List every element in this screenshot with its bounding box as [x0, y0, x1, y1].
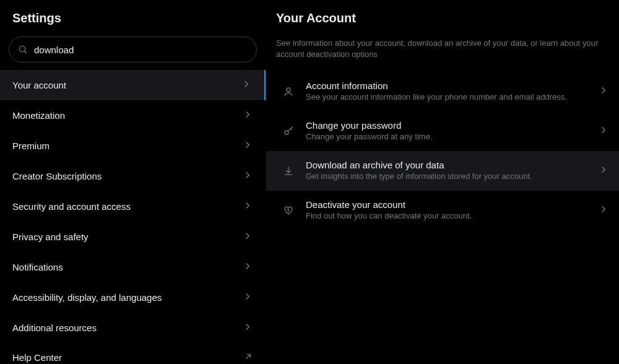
search-wrapper	[0, 30, 266, 67]
option-subtitle: Get insights into the type of informatio…	[306, 171, 598, 182]
sidebar-item-creator-subscriptions[interactable]: Creator Subscriptions	[0, 161, 266, 191]
main-panel: Your Account See information about your …	[266, 0, 619, 364]
chevron-right-icon	[242, 261, 253, 274]
option-body: Deactivate your accountFind out how you …	[301, 199, 598, 222]
sidebar-item-label: Help Center	[12, 352, 62, 363]
download-icon	[276, 165, 301, 176]
chevron-right-icon	[242, 230, 253, 243]
chevron-right-icon	[242, 109, 253, 122]
sidebar-item-label: Your account	[12, 80, 66, 90]
chevron-right-icon	[242, 200, 253, 213]
sidebar-item-label: Premium	[12, 141, 50, 151]
option-subtitle: See your account information like your p…	[306, 92, 598, 103]
option-download-an-archive-of-your-data[interactable]: Download an archive of your dataGet insi…	[266, 151, 619, 191]
sidebar-item-monetization[interactable]: Monetization	[0, 100, 266, 131]
sidebar-item-help-center[interactable]: Help Center	[0, 343, 266, 364]
option-body: Account informationSee your account info…	[301, 80, 598, 103]
chevron-right-icon	[242, 170, 253, 183]
chevron-right-icon	[598, 164, 609, 178]
option-title: Account information	[306, 80, 598, 91]
chevron-right-icon	[241, 79, 252, 92]
option-title: Deactivate your account	[306, 199, 598, 210]
svg-point-0	[19, 46, 25, 51]
sidebar-item-label: Notifications	[12, 262, 63, 272]
sidebar-item-label: Additional resources	[12, 323, 97, 333]
chevron-right-icon	[598, 204, 609, 217]
chevron-right-icon	[242, 139, 253, 152]
external-link-icon	[243, 352, 253, 363]
chevron-right-icon	[242, 291, 253, 304]
sidebar-item-label: Accessibility, display, and languages	[12, 292, 162, 303]
search-input-container[interactable]	[9, 37, 257, 63]
sidebar-item-label: Creator Subscriptions	[12, 171, 102, 181]
sidebar-item-label: Security and account access	[12, 201, 131, 212]
account-option-list: Account informationSee your account info…	[266, 72, 619, 230]
svg-line-1	[25, 51, 27, 53]
search-input[interactable]	[34, 45, 248, 55]
option-body: Download an archive of your dataGet insi…	[301, 160, 598, 182]
sidebar-item-your-account[interactable]: Your account	[0, 70, 266, 100]
main-description: See information about your account, down…	[266, 29, 619, 72]
chevron-right-icon	[598, 124, 609, 138]
svg-line-2	[246, 355, 251, 359]
sidebar-item-premium[interactable]: Premium	[0, 131, 266, 161]
sidebar-item-accessibility-display-and-languages[interactable]: Accessibility, display, and languages	[0, 282, 266, 313]
option-title: Change your password	[306, 120, 598, 131]
option-deactivate-your-account[interactable]: Deactivate your accountFind out how you …	[266, 191, 619, 230]
settings-title: Settings	[0, 0, 266, 30]
sidebar-item-label: Monetization	[12, 110, 65, 121]
person-icon	[276, 86, 301, 97]
option-body: Change your passwordChange your password…	[301, 120, 598, 142]
settings-sidebar: Settings Your accountMonetizationPremium…	[0, 0, 266, 364]
sidebar-item-notifications[interactable]: Notifications	[0, 252, 266, 282]
sidebar-item-label: Privacy and safety	[12, 232, 89, 242]
sidebar-item-security-and-account-access[interactable]: Security and account access	[0, 191, 266, 222]
option-subtitle: Find out how you can deactivate your acc…	[306, 211, 598, 222]
chevron-right-icon	[598, 85, 609, 98]
key-icon	[276, 126, 301, 137]
option-account-information[interactable]: Account informationSee your account info…	[266, 72, 619, 111]
option-title: Download an archive of your data	[306, 160, 598, 170]
settings-nav-list: Your accountMonetizationPremiumCreator S…	[0, 70, 266, 364]
chevron-right-icon	[242, 321, 253, 334]
sidebar-item-privacy-and-safety[interactable]: Privacy and safety	[0, 222, 266, 252]
option-subtitle: Change your password at any time.	[306, 132, 598, 142]
svg-point-3	[287, 88, 290, 92]
heart-broken-icon	[276, 205, 301, 216]
option-change-your-password[interactable]: Change your passwordChange your password…	[266, 111, 619, 151]
main-title: Your Account	[266, 0, 619, 29]
search-icon	[18, 45, 28, 54]
sidebar-item-additional-resources[interactable]: Additional resources	[0, 313, 266, 343]
